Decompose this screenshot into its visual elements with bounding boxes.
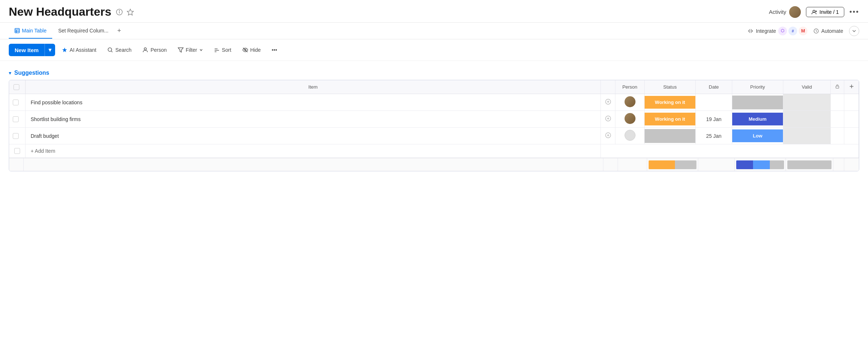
row-person-2 bbox=[615, 111, 645, 128]
row-comment-1[interactable] bbox=[601, 94, 615, 111]
ai-assistant-button[interactable]: AI Assistant bbox=[57, 44, 101, 55]
more-options-button[interactable]: ••• bbox=[849, 8, 859, 16]
tabs-left: Main Table Set Required Colum... + bbox=[9, 23, 124, 39]
select-all-checkbox[interactable] bbox=[14, 84, 19, 90]
status-badge-1: Working on it bbox=[645, 96, 695, 109]
row-add-2 bbox=[844, 111, 859, 128]
column-status: Status bbox=[645, 80, 696, 94]
row-valid-1 bbox=[783, 94, 831, 111]
tab-main-table[interactable]: Main Table bbox=[9, 23, 52, 39]
row-date-1 bbox=[696, 94, 732, 111]
tab-set-required[interactable]: Set Required Colum... bbox=[52, 23, 114, 39]
svg-point-12 bbox=[108, 48, 112, 51]
integrate-label: Integrate bbox=[756, 28, 776, 34]
integration-icon-2: # bbox=[788, 27, 797, 35]
row-valid-3 bbox=[783, 128, 831, 144]
summary-add bbox=[844, 158, 859, 171]
tab-add-button[interactable]: + bbox=[114, 23, 124, 39]
row-checkbox-2[interactable] bbox=[9, 111, 26, 128]
invite-label: Invite / 1 bbox=[819, 9, 839, 15]
status-empty-3 bbox=[645, 129, 695, 143]
add-item-button[interactable]: + Add Item bbox=[26, 144, 601, 158]
search-button[interactable]: Search bbox=[103, 44, 136, 55]
summary-lock bbox=[833, 158, 844, 171]
group-title: Suggestions bbox=[14, 70, 49, 76]
priority-badge-2: Medium bbox=[732, 113, 783, 125]
summary-status bbox=[647, 158, 698, 171]
sort-button[interactable]: Sort bbox=[210, 44, 236, 55]
row-status-3[interactable] bbox=[645, 128, 696, 144]
hide-button[interactable]: Hide bbox=[238, 44, 265, 55]
row-person-3 bbox=[615, 128, 645, 144]
add-item-empty bbox=[601, 144, 859, 158]
row-item-1: Find possible locations bbox=[26, 94, 601, 111]
table-row: Draft budget 25 Jan Low bbox=[9, 128, 859, 144]
integration-icons: ⬡ # M bbox=[778, 27, 807, 35]
column-add[interactable] bbox=[844, 80, 859, 94]
table-row: Shortlist building firms Working on it 1… bbox=[9, 111, 859, 128]
summary-comment bbox=[603, 158, 618, 171]
row-comment-3[interactable] bbox=[601, 128, 615, 144]
row-date-2: 19 Jan bbox=[696, 111, 732, 128]
tab-main-table-label: Main Table bbox=[22, 28, 46, 34]
add-item-checkbox[interactable] bbox=[9, 144, 26, 158]
summary-person bbox=[618, 158, 647, 171]
table-header-row: Item Person Status Date Priority Valid bbox=[9, 80, 859, 94]
svg-marker-3 bbox=[127, 9, 133, 15]
new-item-button[interactable]: New Item ▾ bbox=[9, 44, 55, 56]
toolbar: New Item ▾ AI Assistant Search Person Fi… bbox=[0, 39, 868, 61]
row-checkbox-3[interactable] bbox=[9, 128, 26, 144]
activity-button[interactable]: Activity bbox=[769, 6, 801, 18]
summary-date bbox=[698, 158, 735, 171]
integrate-button[interactable]: Integrate ⬡ # M bbox=[748, 27, 807, 35]
main-content: ▾ Suggestions Item Person Status Date Pr… bbox=[0, 61, 868, 171]
row-person-1 bbox=[615, 94, 645, 111]
column-item: Item bbox=[26, 80, 601, 94]
row-add-3 bbox=[844, 128, 859, 144]
row-comment-2[interactable] bbox=[601, 111, 615, 128]
user-avatar bbox=[789, 6, 801, 18]
row-checkbox-1[interactable] bbox=[9, 94, 26, 111]
row-valid-2 bbox=[783, 111, 831, 128]
column-person: Person bbox=[615, 80, 645, 94]
row-lock-3 bbox=[831, 128, 844, 144]
summary-item bbox=[24, 158, 603, 171]
hide-label: Hide bbox=[250, 47, 261, 53]
more-toolbar-button[interactable]: ••• bbox=[267, 44, 281, 55]
row-item-2: Shortlist building firms bbox=[26, 111, 601, 128]
filter-button[interactable]: Filter bbox=[173, 44, 207, 55]
svg-marker-15 bbox=[178, 48, 183, 52]
summary-priority bbox=[735, 158, 786, 171]
row-priority-2[interactable]: Medium bbox=[732, 111, 783, 128]
collapse-button[interactable] bbox=[849, 26, 859, 36]
person-button[interactable]: Person bbox=[138, 44, 171, 55]
row-priority-1 bbox=[732, 94, 783, 111]
person-avatar-1 bbox=[625, 96, 635, 107]
star-icon[interactable] bbox=[127, 8, 134, 16]
priority-badge-3: Low bbox=[732, 129, 783, 142]
data-table: Item Person Status Date Priority Valid bbox=[9, 80, 859, 171]
row-status-1[interactable]: Working on it bbox=[645, 94, 696, 111]
row-lock-1 bbox=[831, 94, 844, 111]
person-label: Person bbox=[150, 47, 166, 53]
automate-button[interactable]: Automate bbox=[813, 28, 843, 34]
row-status-2[interactable]: Working on it bbox=[645, 111, 696, 128]
header-icons bbox=[116, 8, 134, 16]
invite-button[interactable]: Invite / 1 bbox=[806, 7, 844, 17]
info-icon[interactable] bbox=[116, 8, 123, 16]
activity-label: Activity bbox=[769, 9, 787, 15]
group-chevron[interactable]: ▾ bbox=[9, 70, 11, 76]
summary-row bbox=[9, 158, 859, 171]
row-lock-2 bbox=[831, 111, 844, 128]
tabs-bar: Main Table Set Required Colum... + Integ… bbox=[0, 23, 868, 39]
header-right: Activity Invite / 1 ••• bbox=[769, 6, 859, 18]
integration-icon-1: ⬡ bbox=[778, 27, 787, 35]
new-item-dropdown-arrow[interactable]: ▾ bbox=[45, 44, 55, 56]
page-header: New Headquarters Activity Invite / 1 ••• bbox=[0, 0, 868, 23]
row-add-1 bbox=[844, 94, 859, 111]
row-date-3: 25 Jan bbox=[696, 128, 732, 144]
page-title: New Headquarters bbox=[9, 5, 111, 19]
new-item-label: New Item bbox=[9, 44, 45, 56]
row-priority-3[interactable]: Low bbox=[732, 128, 783, 144]
svg-point-14 bbox=[144, 48, 146, 50]
